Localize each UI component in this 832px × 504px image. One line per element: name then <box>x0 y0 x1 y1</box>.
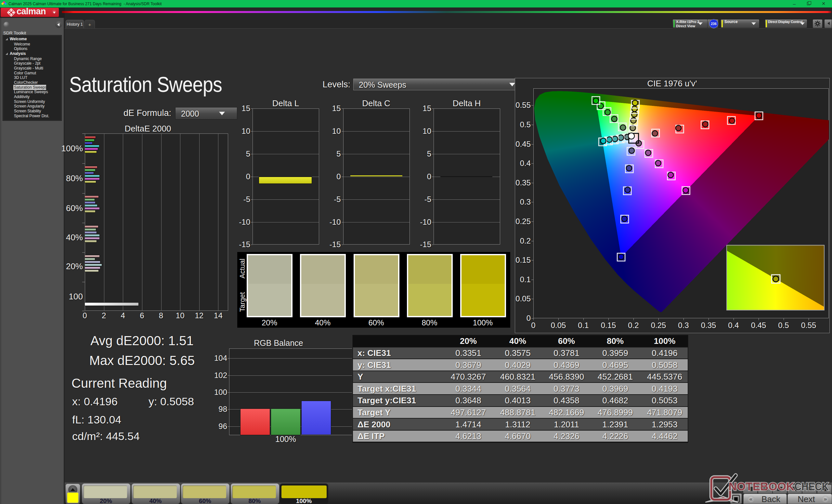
svg-text:CHECK: CHECK <box>794 480 829 493</box>
svg-text:NOTEBOOK: NOTEBOOK <box>729 480 795 493</box>
